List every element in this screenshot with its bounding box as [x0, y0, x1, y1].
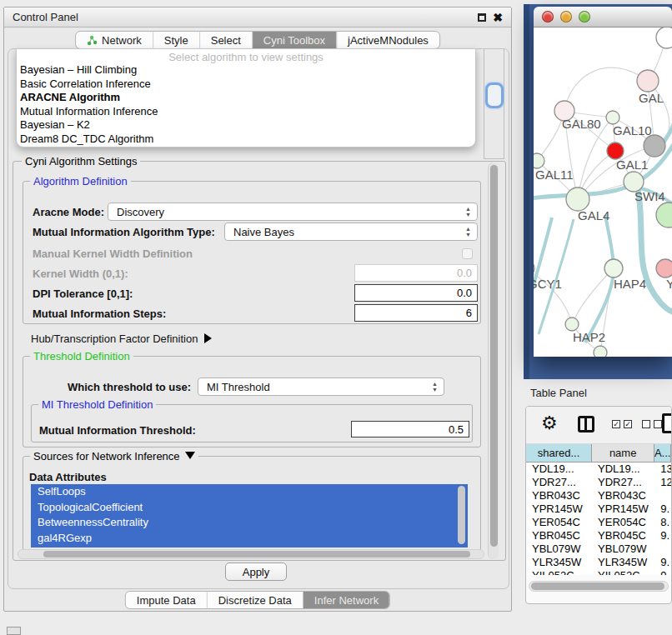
tab-label: Cyni Toolbox — [263, 34, 325, 47]
table-cell: 9. — [654, 529, 671, 542]
apply-button[interactable]: Apply — [225, 562, 287, 581]
network-node[interactable] — [644, 135, 665, 157]
table-cell: YBL079W — [526, 542, 592, 556]
table-cell: YDR27... — [592, 476, 654, 489]
network-node-gal[interactable] — [637, 70, 659, 92]
split-columns-icon[interactable] — [578, 416, 594, 432]
attribute-list-item[interactable]: SelfLoops — [31, 484, 468, 500]
table-cell — [654, 489, 671, 502]
tab-label: Style — [164, 34, 188, 47]
network-canvas[interactable]: GALGAL80GAL10GAL1GAL11SWI4GAL4GCY1HAP4YH… — [534, 28, 672, 357]
table-cell: YBL079W — [592, 542, 654, 556]
settings-vertical-scrollbar[interactable] — [488, 162, 499, 559]
network-tab-icon — [87, 35, 98, 46]
unchecked-checkbox-icon[interactable] — [642, 420, 650, 428]
network-window-titlebar — [534, 7, 672, 28]
checked-checkbox-icon[interactable]: ✓ — [624, 420, 632, 428]
tab-select[interactable]: Select — [200, 32, 253, 48]
table-row[interactable]: YPR145WYPR145W9. — [526, 502, 671, 516]
table-row[interactable]: YDR27...YDR27...12 — [526, 476, 671, 489]
network-node-hap4[interactable] — [604, 259, 623, 278]
network-view-window: GALGAL80GAL10GAL1GAL11SWI4GAL4GCY1HAP4YH… — [534, 7, 672, 357]
bottom-tab-impute-data[interactable]: Impute Data — [126, 592, 208, 608]
tab-cyni-toolbox[interactable]: Cyni Toolbox — [253, 32, 337, 48]
algorithm-option[interactable]: Bayesian – K2 — [17, 118, 475, 132]
bottom-tab-discretize-data[interactable]: Discretize Data — [208, 592, 303, 608]
network-node-gal11[interactable] — [534, 153, 544, 168]
tab-style[interactable]: Style — [153, 32, 200, 48]
list-scrollbar[interactable] — [458, 486, 465, 544]
node-label: SWI4 — [634, 189, 665, 203]
mi-type-select[interactable]: Naive Bayes ▲▼ — [224, 222, 478, 241]
table-cell — [654, 542, 671, 556]
close-traffic-light[interactable] — [542, 11, 554, 22]
mi-steps-input[interactable]: 6 — [354, 304, 478, 322]
float-panel-icon[interactable] — [478, 13, 486, 22]
which-threshold-label: Which threshold to use: — [68, 381, 191, 393]
attribute-list-item[interactable]: BetweennessCentrality — [31, 515, 468, 531]
manual-kernel-checkbox[interactable] — [462, 248, 473, 259]
settings-horizontal-scrollbar[interactable] — [18, 549, 484, 559]
table-cell: YBR043C — [592, 489, 654, 502]
checked-checkbox-icon[interactable]: ✓ — [612, 420, 620, 428]
dpi-tolerance-input[interactable]: 0.0 — [354, 284, 478, 302]
settings-group-title: Cyni Algorithm Settings — [22, 155, 140, 168]
algorithm-option[interactable]: ARACNE Algorithm — [17, 91, 475, 105]
column-header-name[interactable]: name — [592, 444, 654, 462]
unchecked-checkbox-icon[interactable] — [654, 420, 662, 428]
table-row[interactable]: YER054CYER054C8. — [526, 516, 671, 529]
zoom-traffic-light[interactable] — [579, 11, 590, 22]
table-cell: YBR045C — [526, 529, 592, 542]
table-row[interactable]: YBR045CYBR045C9. — [526, 529, 671, 542]
column-header-shared[interactable]: shared... — [526, 444, 592, 462]
table-horizontal-scrollbar[interactable] — [529, 581, 669, 592]
network-node-gal10[interactable] — [606, 111, 619, 124]
node-label: GAL4 — [578, 208, 609, 222]
combo-arrows-icon: ▲▼ — [432, 381, 438, 392]
network-node[interactable] — [656, 28, 672, 48]
table-cell: YDL19... — [592, 462, 654, 476]
data-attributes-list[interactable]: SelfLoopsTopologicalCoefficientBetweenne… — [31, 484, 468, 548]
attribute-list-item[interactable]: TopologicalCoefficient — [31, 500, 468, 516]
mi-threshold-input[interactable]: 0.5 — [351, 421, 469, 438]
network-node[interactable] — [656, 202, 672, 228]
table-row[interactable]: YLR345WYLR345W9. — [526, 556, 671, 569]
document-icon[interactable] — [662, 413, 672, 433]
which-threshold-select[interactable]: MI Threshold ▲▼ — [198, 378, 444, 396]
minimized-panel-icon[interactable] — [7, 627, 21, 635]
table-row[interactable]: YBL079WYBL079W — [526, 542, 671, 556]
network-node-hap2[interactable] — [565, 318, 579, 331]
network-node-gal4[interactable] — [566, 188, 589, 211]
hub-tf-expander[interactable]: Hub/Transcription Factor Definition — [31, 332, 212, 345]
tab-label: Discretize Data — [218, 594, 292, 607]
algorithm-definition-title: Algorithm Definition — [30, 175, 131, 188]
table-cell: YPR145W — [526, 502, 592, 516]
table-row[interactable]: YBR043CYBR043C — [526, 489, 671, 502]
table-cell: 9 — [654, 569, 671, 575]
network-node-gal1[interactable] — [607, 142, 624, 159]
minimize-traffic-light[interactable] — [560, 11, 572, 22]
algorithm-option[interactable]: Basic Correlation Inference — [17, 78, 475, 92]
tab-network[interactable]: Network — [76, 32, 153, 48]
table-row[interactable]: YDL19...YDL19...13 — [526, 462, 671, 476]
network-node[interactable] — [594, 346, 607, 357]
table-panel-card: ⚙ ✓ ✓ shared...nameA... YDL19...YDL19...… — [525, 406, 672, 604]
algorithm-option[interactable]: Mutual Information Inference — [17, 105, 475, 119]
algorithm-option[interactable]: Dream8 DC_TDC Algorithm — [17, 132, 475, 147]
control-panel-tab-bar: NetworkStyleSelectCyni ToolboxjActiveMNo… — [75, 31, 440, 49]
tab-jactivemnodules[interactable]: jActiveMNodules — [337, 32, 439, 48]
sources-group-title[interactable]: Sources for Network Inference — [30, 450, 198, 462]
close-panel-icon[interactable]: ✖ — [493, 13, 503, 22]
gear-icon[interactable]: ⚙ — [541, 414, 558, 432]
node-label: GAL — [639, 91, 664, 105]
column-header-A[interactable]: A... — [654, 444, 671, 462]
bottom-tab-infer-network[interactable]: Infer Network — [303, 592, 389, 608]
algorithm-option[interactable]: Bayesian – Hill Climbing — [17, 63, 475, 78]
table-row[interactable]: YIL052CYIL052C9 — [526, 569, 671, 575]
mi-type-label: Mutual Information Algorithm Type: — [33, 226, 215, 238]
attribute-list-item[interactable]: gal4RGexp — [31, 531, 468, 547]
aracne-mode-select[interactable]: Discovery ▲▼ — [108, 202, 478, 221]
tab-label: Network — [102, 34, 142, 47]
network-node-y[interactable] — [656, 259, 672, 278]
table-cell: YIL052C — [592, 569, 654, 575]
